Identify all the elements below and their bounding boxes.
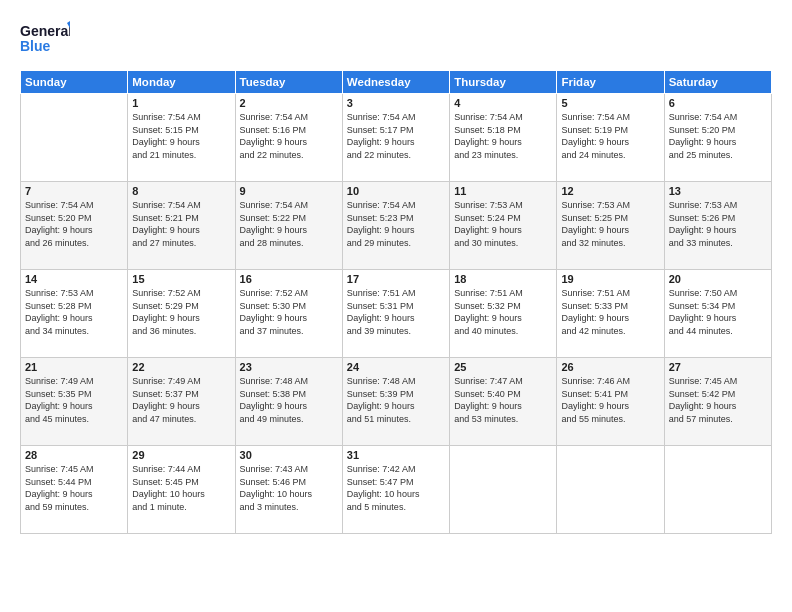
day-cell: 14Sunrise: 7:53 AM Sunset: 5:28 PM Dayli… xyxy=(21,270,128,358)
day-number: 15 xyxy=(132,273,230,285)
day-info: Sunrise: 7:54 AM Sunset: 5:16 PM Dayligh… xyxy=(240,111,338,161)
day-number: 22 xyxy=(132,361,230,373)
day-cell xyxy=(21,94,128,182)
day-cell: 17Sunrise: 7:51 AM Sunset: 5:31 PM Dayli… xyxy=(342,270,449,358)
day-info: Sunrise: 7:44 AM Sunset: 5:45 PM Dayligh… xyxy=(132,463,230,513)
day-info: Sunrise: 7:45 AM Sunset: 5:42 PM Dayligh… xyxy=(669,375,767,425)
day-number: 14 xyxy=(25,273,123,285)
day-number: 12 xyxy=(561,185,659,197)
day-number: 31 xyxy=(347,449,445,461)
day-info: Sunrise: 7:53 AM Sunset: 5:26 PM Dayligh… xyxy=(669,199,767,249)
day-cell: 27Sunrise: 7:45 AM Sunset: 5:42 PM Dayli… xyxy=(664,358,771,446)
day-cell: 20Sunrise: 7:50 AM Sunset: 5:34 PM Dayli… xyxy=(664,270,771,358)
day-cell: 12Sunrise: 7:53 AM Sunset: 5:25 PM Dayli… xyxy=(557,182,664,270)
header-row: SundayMondayTuesdayWednesdayThursdayFrid… xyxy=(21,71,772,94)
day-info: Sunrise: 7:51 AM Sunset: 5:32 PM Dayligh… xyxy=(454,287,552,337)
day-info: Sunrise: 7:52 AM Sunset: 5:30 PM Dayligh… xyxy=(240,287,338,337)
col-header-sunday: Sunday xyxy=(21,71,128,94)
day-number: 10 xyxy=(347,185,445,197)
week-row-2: 7Sunrise: 7:54 AM Sunset: 5:20 PM Daylig… xyxy=(21,182,772,270)
day-cell xyxy=(557,446,664,534)
day-cell: 26Sunrise: 7:46 AM Sunset: 5:41 PM Dayli… xyxy=(557,358,664,446)
day-number: 8 xyxy=(132,185,230,197)
day-cell: 22Sunrise: 7:49 AM Sunset: 5:37 PM Dayli… xyxy=(128,358,235,446)
day-info: Sunrise: 7:51 AM Sunset: 5:33 PM Dayligh… xyxy=(561,287,659,337)
day-info: Sunrise: 7:48 AM Sunset: 5:39 PM Dayligh… xyxy=(347,375,445,425)
day-number: 17 xyxy=(347,273,445,285)
day-info: Sunrise: 7:54 AM Sunset: 5:22 PM Dayligh… xyxy=(240,199,338,249)
day-number: 29 xyxy=(132,449,230,461)
day-cell: 13Sunrise: 7:53 AM Sunset: 5:26 PM Dayli… xyxy=(664,182,771,270)
day-info: Sunrise: 7:54 AM Sunset: 5:17 PM Dayligh… xyxy=(347,111,445,161)
day-number: 25 xyxy=(454,361,552,373)
day-number: 30 xyxy=(240,449,338,461)
day-cell: 29Sunrise: 7:44 AM Sunset: 5:45 PM Dayli… xyxy=(128,446,235,534)
day-number: 28 xyxy=(25,449,123,461)
day-number: 13 xyxy=(669,185,767,197)
logo: General Blue xyxy=(20,18,70,60)
day-cell: 30Sunrise: 7:43 AM Sunset: 5:46 PM Dayli… xyxy=(235,446,342,534)
day-cell: 1Sunrise: 7:54 AM Sunset: 5:15 PM Daylig… xyxy=(128,94,235,182)
week-row-1: 1Sunrise: 7:54 AM Sunset: 5:15 PM Daylig… xyxy=(21,94,772,182)
day-info: Sunrise: 7:54 AM Sunset: 5:18 PM Dayligh… xyxy=(454,111,552,161)
week-row-4: 21Sunrise: 7:49 AM Sunset: 5:35 PM Dayli… xyxy=(21,358,772,446)
day-number: 2 xyxy=(240,97,338,109)
day-number: 18 xyxy=(454,273,552,285)
day-number: 16 xyxy=(240,273,338,285)
day-info: Sunrise: 7:45 AM Sunset: 5:44 PM Dayligh… xyxy=(25,463,123,513)
day-cell: 7Sunrise: 7:54 AM Sunset: 5:20 PM Daylig… xyxy=(21,182,128,270)
day-number: 19 xyxy=(561,273,659,285)
col-header-thursday: Thursday xyxy=(450,71,557,94)
day-number: 20 xyxy=(669,273,767,285)
svg-text:Blue: Blue xyxy=(20,38,51,54)
day-info: Sunrise: 7:49 AM Sunset: 5:37 PM Dayligh… xyxy=(132,375,230,425)
day-info: Sunrise: 7:51 AM Sunset: 5:31 PM Dayligh… xyxy=(347,287,445,337)
day-info: Sunrise: 7:53 AM Sunset: 5:25 PM Dayligh… xyxy=(561,199,659,249)
calendar-table: SundayMondayTuesdayWednesdayThursdayFrid… xyxy=(20,70,772,534)
day-cell: 4Sunrise: 7:54 AM Sunset: 5:18 PM Daylig… xyxy=(450,94,557,182)
page: General Blue SundayMondayTuesdayWednesda… xyxy=(0,0,792,612)
day-info: Sunrise: 7:49 AM Sunset: 5:35 PM Dayligh… xyxy=(25,375,123,425)
col-header-saturday: Saturday xyxy=(664,71,771,94)
header: General Blue xyxy=(20,18,772,60)
day-info: Sunrise: 7:53 AM Sunset: 5:24 PM Dayligh… xyxy=(454,199,552,249)
day-info: Sunrise: 7:54 AM Sunset: 5:15 PM Dayligh… xyxy=(132,111,230,161)
day-info: Sunrise: 7:43 AM Sunset: 5:46 PM Dayligh… xyxy=(240,463,338,513)
day-info: Sunrise: 7:53 AM Sunset: 5:28 PM Dayligh… xyxy=(25,287,123,337)
day-cell: 2Sunrise: 7:54 AM Sunset: 5:16 PM Daylig… xyxy=(235,94,342,182)
day-number: 1 xyxy=(132,97,230,109)
day-number: 4 xyxy=(454,97,552,109)
day-cell: 15Sunrise: 7:52 AM Sunset: 5:29 PM Dayli… xyxy=(128,270,235,358)
day-info: Sunrise: 7:54 AM Sunset: 5:20 PM Dayligh… xyxy=(25,199,123,249)
week-row-3: 14Sunrise: 7:53 AM Sunset: 5:28 PM Dayli… xyxy=(21,270,772,358)
day-info: Sunrise: 7:52 AM Sunset: 5:29 PM Dayligh… xyxy=(132,287,230,337)
week-row-5: 28Sunrise: 7:45 AM Sunset: 5:44 PM Dayli… xyxy=(21,446,772,534)
day-cell: 10Sunrise: 7:54 AM Sunset: 5:23 PM Dayli… xyxy=(342,182,449,270)
day-cell: 18Sunrise: 7:51 AM Sunset: 5:32 PM Dayli… xyxy=(450,270,557,358)
day-info: Sunrise: 7:50 AM Sunset: 5:34 PM Dayligh… xyxy=(669,287,767,337)
day-cell: 11Sunrise: 7:53 AM Sunset: 5:24 PM Dayli… xyxy=(450,182,557,270)
day-cell: 28Sunrise: 7:45 AM Sunset: 5:44 PM Dayli… xyxy=(21,446,128,534)
day-info: Sunrise: 7:42 AM Sunset: 5:47 PM Dayligh… xyxy=(347,463,445,513)
day-cell: 23Sunrise: 7:48 AM Sunset: 5:38 PM Dayli… xyxy=(235,358,342,446)
col-header-tuesday: Tuesday xyxy=(235,71,342,94)
day-number: 9 xyxy=(240,185,338,197)
col-header-wednesday: Wednesday xyxy=(342,71,449,94)
col-header-monday: Monday xyxy=(128,71,235,94)
day-number: 6 xyxy=(669,97,767,109)
day-cell xyxy=(450,446,557,534)
day-info: Sunrise: 7:46 AM Sunset: 5:41 PM Dayligh… xyxy=(561,375,659,425)
day-cell: 3Sunrise: 7:54 AM Sunset: 5:17 PM Daylig… xyxy=(342,94,449,182)
day-number: 11 xyxy=(454,185,552,197)
day-info: Sunrise: 7:54 AM Sunset: 5:23 PM Dayligh… xyxy=(347,199,445,249)
day-number: 26 xyxy=(561,361,659,373)
day-number: 23 xyxy=(240,361,338,373)
day-info: Sunrise: 7:48 AM Sunset: 5:38 PM Dayligh… xyxy=(240,375,338,425)
day-info: Sunrise: 7:54 AM Sunset: 5:21 PM Dayligh… xyxy=(132,199,230,249)
day-cell: 19Sunrise: 7:51 AM Sunset: 5:33 PM Dayli… xyxy=(557,270,664,358)
day-number: 7 xyxy=(25,185,123,197)
logo-svg: General Blue xyxy=(20,18,70,60)
col-header-friday: Friday xyxy=(557,71,664,94)
day-cell: 8Sunrise: 7:54 AM Sunset: 5:21 PM Daylig… xyxy=(128,182,235,270)
day-cell: 31Sunrise: 7:42 AM Sunset: 5:47 PM Dayli… xyxy=(342,446,449,534)
